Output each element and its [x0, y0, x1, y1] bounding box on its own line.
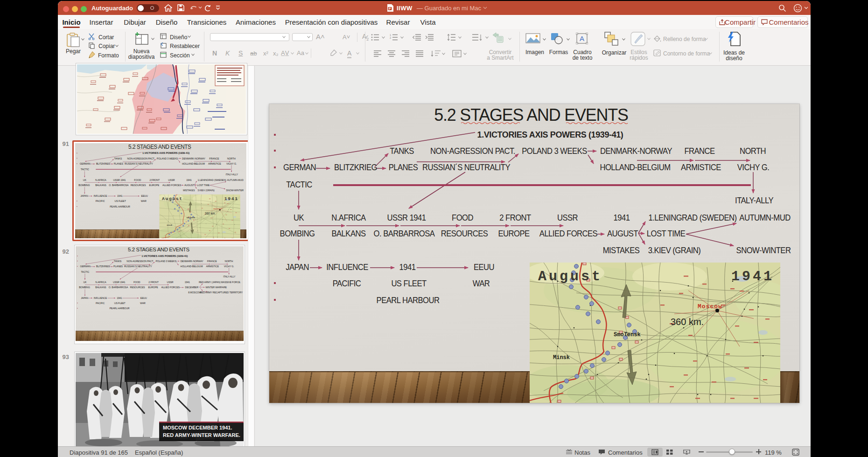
svg-text:1941: 1941 [224, 196, 238, 201]
svg-text:360 km.: 360 km. [205, 212, 216, 215]
svg-text:MOSCOW DECEMBER 1941.: MOSCOW DECEMBER 1941. [163, 425, 232, 430]
svg-text:1941: 1941 [731, 269, 774, 284]
svg-text:Smolensk: Smolensk [186, 217, 195, 219]
svg-text:Smolensk: Smolensk [614, 332, 641, 338]
svg-text:Moscow: Moscow [698, 303, 722, 310]
svg-text:360 km.: 360 km. [671, 317, 704, 327]
svg-text:A: A [580, 35, 584, 42]
svg-text:August: August [162, 196, 183, 201]
svg-text:August: August [538, 269, 602, 284]
svg-text:Minsk: Minsk [167, 224, 172, 226]
svg-text:RED ARMY-WINTER WARFARE.: RED ARMY-WINTER WARFARE. [163, 432, 240, 438]
svg-text:2: 2 [390, 36, 391, 39]
svg-text:Minsk: Minsk [553, 354, 570, 361]
svg-text:Moscow: Moscow [214, 208, 222, 210]
svg-text:P: P [389, 7, 391, 10]
